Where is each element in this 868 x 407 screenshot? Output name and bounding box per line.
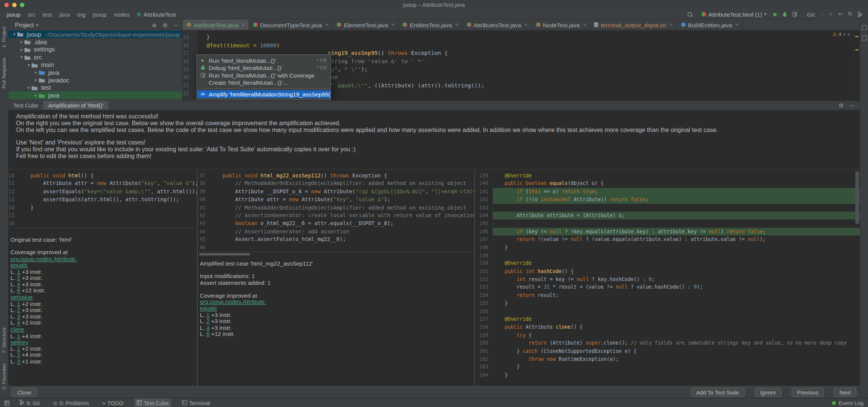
tree-item-src[interactable]: ▾src xyxy=(8,53,182,61)
zoom-window-button[interactable] xyxy=(20,3,25,7)
prev-problem-icon[interactable]: ∧ xyxy=(843,32,846,37)
coverage-link[interactable]: 2 xyxy=(206,318,210,325)
warning-stripe-mark[interactable] xyxy=(855,36,859,37)
tree-item-jsoup[interactable]: ▾jsoup ~/Documents/StudyObjects/dspot-ex… xyxy=(8,31,182,38)
inspections-widget[interactable]: ⚠ 4 ∧ ∨ xyxy=(831,32,852,37)
git-revert-button[interactable]: ↩ xyxy=(838,11,843,17)
close-tab-icon[interactable]: × xyxy=(391,22,395,28)
breadcrumb-item[interactable]: src xyxy=(28,11,36,18)
editor-scrollbar[interactable] xyxy=(853,31,860,101)
chevron-down-icon[interactable]: ▾ xyxy=(19,55,25,60)
next-button[interactable]: Next xyxy=(834,388,856,396)
coverage-link[interactable]: 2 xyxy=(17,351,20,358)
horizontal-scrollbar[interactable] xyxy=(9,229,196,233)
close-tab-icon[interactable]: × xyxy=(455,22,458,28)
statusbar-item[interactable]: ≡TODO xyxy=(100,398,125,407)
coverage-link[interactable]: 3 xyxy=(17,358,20,365)
coverage-link[interactable]: 6 xyxy=(17,287,20,294)
editor-tab[interactable]: ElementTest.java× xyxy=(333,19,399,30)
statusbar-item[interactable]: ⊘0: Problems xyxy=(51,398,91,407)
git-history-button[interactable]: ↻ xyxy=(848,11,853,17)
coverage-link[interactable]: org.jsoup.nodes.Attribute: xyxy=(11,255,77,262)
locate-file-icon[interactable]: ⊕ xyxy=(152,22,156,28)
coverage-link[interactable]: 1 xyxy=(17,345,20,352)
coverage-link[interactable]: 2 xyxy=(17,306,20,313)
add-to-test-suite-button[interactable]: Add To Test Suite xyxy=(691,388,745,396)
coverage-link[interactable]: setKey xyxy=(11,339,28,345)
stripe-button[interactable]: 1: Project xyxy=(1,26,7,48)
vertical-scrollbar[interactable] xyxy=(855,171,859,224)
close-tab-icon[interactable]: × xyxy=(735,22,738,28)
chevron-down-icon[interactable]: ▾ xyxy=(12,32,17,37)
context-menu-item[interactable]: ≫Amplify 'htmlliteralMutationString19_as… xyxy=(197,90,331,98)
hide-panel-icon[interactable]: ─ xyxy=(174,22,178,28)
chevron-down-icon[interactable]: ▾ xyxy=(26,85,32,90)
coverage-link[interactable]: 4 xyxy=(206,324,210,331)
coverage-link[interactable]: 4 xyxy=(17,281,20,288)
coverage-link[interactable]: equals xyxy=(11,262,28,269)
warning-stripe-mark[interactable] xyxy=(855,49,859,50)
coverage-link[interactable]: clone xyxy=(11,326,25,332)
git-update-button[interactable]: ↓ xyxy=(821,11,823,17)
tree-item-java[interactable]: ▸java xyxy=(8,92,182,99)
close-tab-icon[interactable]: × xyxy=(670,22,673,28)
breadcrumb-item[interactable]: org xyxy=(77,11,85,18)
tree-item-test[interactable]: ▾test xyxy=(8,84,182,92)
next-problem-icon[interactable]: ∨ xyxy=(848,32,851,37)
toolwindow-tab[interactable]: Amplification of 'html()' xyxy=(43,101,108,110)
chevron-right-icon[interactable]: ▸ xyxy=(33,78,39,82)
code-editor[interactable]: 15 }16 @Test(timeout = 10000)17ring19_as… xyxy=(183,31,860,101)
coverage-link[interactable]: setValue xyxy=(11,294,33,301)
coverage-link[interactable]: org.jsoup.nodes.Attribute: xyxy=(200,298,266,305)
stripe-tool-icon[interactable] xyxy=(862,36,866,40)
breadcrumb-item[interactable]: jsoup xyxy=(93,11,107,18)
context-menu-item[interactable]: Run 'html_literalMutati...()' with Cover… xyxy=(197,71,331,79)
stripe-button[interactable]: Pull Requests xyxy=(1,57,7,88)
breadcrumb-item[interactable]: java xyxy=(59,11,70,18)
coverage-link[interactable]: 1 xyxy=(17,300,20,307)
editor-tab[interactable]: AttributesTest.java× xyxy=(463,19,532,30)
breadcrumb-item[interactable]: AttributeTest xyxy=(137,11,176,18)
breadcrumb-item[interactable]: test xyxy=(43,11,52,18)
git-branch-icon[interactable] xyxy=(857,11,862,17)
gear-icon[interactable]: ⚙ xyxy=(839,102,843,108)
context-menu-item[interactable]: Create 'html_literalMutati...()'... xyxy=(197,79,331,87)
chevron-down-icon[interactable]: ▾ xyxy=(26,62,32,67)
tree-item-javadoc[interactable]: ▸javadoc xyxy=(8,76,182,84)
tree-item-java[interactable]: ▸java xyxy=(8,69,182,76)
search-everywhere-icon[interactable] xyxy=(687,12,692,16)
editor-tab[interactable]: EntitiesTest.java× xyxy=(399,19,463,30)
chevron-right-icon[interactable]: ▸ xyxy=(19,47,25,52)
stripe-button[interactable]: 2: Favorites xyxy=(1,364,7,390)
coverage-link[interactable]: 4 xyxy=(17,319,20,326)
toolwindow-tab[interactable]: Test Cube xyxy=(8,101,43,110)
context-menu-item[interactable]: ▶Run 'html_literalMutati...()'^⇧R xyxy=(197,56,331,64)
chevron-right-icon[interactable]: ▸ xyxy=(19,39,25,44)
run-config-selector[interactable]: AttributeTest.html (1) ▾ xyxy=(699,10,769,18)
chevron-right-icon[interactable]: ▸ xyxy=(33,93,39,98)
gear-icon[interactable]: ⚙ xyxy=(163,22,168,28)
statusbar-item[interactable]: 9: Git xyxy=(17,398,42,407)
stripe-tool-icon[interactable] xyxy=(862,25,866,30)
editor-tab[interactable]: terminal_output_dspot.txt× xyxy=(590,19,677,30)
tree-item-main[interactable]: ▾main xyxy=(8,61,182,68)
tree-item-.idea[interactable]: ▸.idea xyxy=(8,38,182,46)
run-with-coverage-button[interactable] xyxy=(792,11,797,17)
debug-button[interactable] xyxy=(783,11,788,17)
coverage-link[interactable]: 3 xyxy=(17,313,20,320)
coverage-link[interactable]: 2 xyxy=(17,275,20,281)
hide-toolwindow-icon[interactable]: ─ xyxy=(850,102,854,108)
git-commit-button[interactable]: ✓ xyxy=(829,11,833,17)
run-button[interactable]: ▶ xyxy=(774,11,777,17)
coverage-link[interactable]: 1 xyxy=(206,311,210,318)
coverage-link[interactable]: 6 xyxy=(206,331,210,337)
close-button[interactable]: Close xyxy=(12,388,37,396)
close-window-button[interactable] xyxy=(5,3,9,7)
statusbar-item[interactable]: Test Cube xyxy=(135,398,171,407)
coverage-link[interactable]: equals xyxy=(200,305,217,312)
context-menu-item[interactable]: Debug 'html_literalMutati...()'^⇧D xyxy=(197,64,331,71)
ignore-button[interactable]: Ignore xyxy=(755,388,781,396)
editor-tab[interactable]: DocumentTypeTest.java× xyxy=(249,19,333,30)
tree-item-settings[interactable]: ▸settings xyxy=(8,46,182,53)
close-tab-icon[interactable]: × xyxy=(525,22,528,28)
